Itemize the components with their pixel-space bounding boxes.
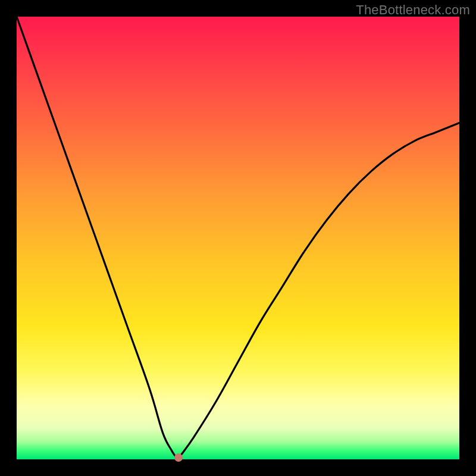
minimum-marker [174, 453, 183, 462]
plot-area [17, 17, 459, 459]
bottleneck-curve [17, 17, 459, 459]
chart-frame: TheBottleneck.com [0, 0, 476, 476]
watermark-text: TheBottleneck.com [356, 2, 470, 18]
